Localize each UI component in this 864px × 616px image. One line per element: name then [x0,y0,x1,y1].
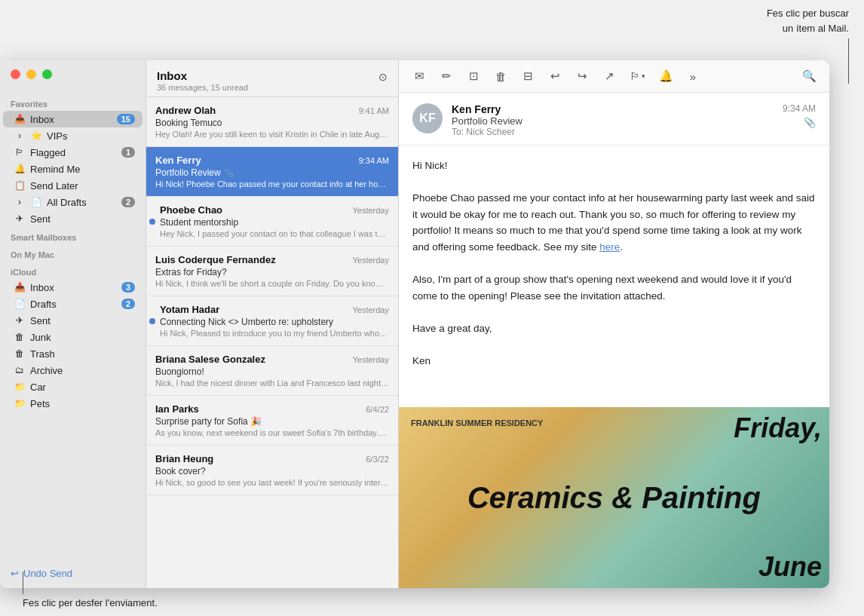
list-item[interactable]: Briana Salese Gonzalez Yesterday Buongio… [146,346,398,396]
close-button[interactable] [11,69,20,79]
list-item[interactable]: Ken Ferry 9:34 AM Portfolio Review 📎 Hi … [146,147,398,197]
sidebar-item-label: Archive [30,365,135,376]
sidebar-item-inbox[interactable]: 📥 Inbox 15 [3,111,142,127]
sidebar-item-label: Pets [30,398,135,409]
detail-pane: ✉ ✏ ⊡ 🗑 ⊟ ↩ ↪ ↗ 🏳 ▾ 🔔 » 🔍 KF Ken Ferry [399,60,829,588]
remind-me-icon: 🔔 [14,163,26,175]
icloud-drafts-badge: 2 [121,299,135,309]
sidebar-section-onmymac: On My Mac [0,244,146,262]
archive-button[interactable]: ⊡ [464,66,483,86]
list-item[interactable]: Luis Coderque Fernandez Yesterday Extras… [146,247,398,296]
move-button[interactable]: ⊟ [518,66,538,86]
compose-button[interactable]: ✏ [437,66,456,86]
icloud-inbox-icon: 📥 [14,281,26,293]
msg-time: 6/3/22 [366,455,389,464]
tooltip-search: Fes clic per buscar un ítem al Mail. [767,6,849,84]
msg-subject: Booking Temuco [155,118,222,128]
new-message-button[interactable]: ✉ [409,66,429,86]
unread-indicator [149,318,155,324]
star-icon: ⭐ [30,130,42,142]
sidebar-item-icloud-junk[interactable]: 🗑 Junk [3,329,142,345]
flag-icon: 🏳 [630,70,640,82]
delete-button[interactable]: 🗑 [491,66,510,86]
list-item[interactable]: Ian Parks 6/4/22 Surprise party for Sofi… [146,396,398,446]
sidebar-item-send-later[interactable]: 📋 Send Later [3,177,142,194]
msg-from: Yotam Hadar [160,304,348,315]
msg-from: Brian Heung [155,453,361,464]
sidebar-item-all-drafts[interactable]: › 📄 All Drafts 2 [3,194,142,210]
traffic-lights [11,69,52,79]
email-from: Ken Ferry [452,103,774,115]
flag-button[interactable]: 🏳 ▾ [627,69,648,84]
all-drafts-badge: 2 [121,197,135,207]
list-item[interactable]: Andrew Olah 9:41 AM Booking Temuco Hey O… [146,97,398,147]
list-item[interactable]: Brian Heung 6/3/22 Book cover? Hi Nick, … [146,446,398,495]
june-text: June [758,553,822,581]
msg-preview: Hey Nick, I passed your contact on to th… [160,229,389,238]
sidebar-item-icloud-trash[interactable]: 🗑 Trash [3,345,142,362]
all-drafts-disclosure-icon: › [14,196,26,208]
msg-preview: Hi Nick, Pleased to introduce you to my … [160,329,389,338]
sidebar-item-label: Send Later [30,180,135,192]
sidebar-item-icloud-inbox[interactable]: 📥 Inbox 3 [3,279,142,296]
reply-button[interactable]: ↩ [545,66,565,86]
body-link[interactable]: here [599,241,620,253]
sidebar-item-label: Inbox [30,114,112,125]
sidebar-item-label: All Drafts [47,197,117,208]
sidebar-item-remind-me[interactable]: 🔔 Remind Me [3,161,142,177]
sidebar-section-icloud: iCloud [0,262,146,279]
msg-from: Briana Salese Gonzalez [155,354,348,365]
msg-subject: Surprise party for Sofia 🎉 [155,416,262,427]
sort-icon[interactable]: ⊙ [378,71,388,83]
list-item[interactable]: Phoebe Chao Yesterday Student mentorship… [146,197,398,247]
unread-indicator [149,219,155,225]
sidebar-item-icloud-pets[interactable]: 📁 Pets [3,395,142,412]
mute-button[interactable]: 🔔 [656,66,676,86]
sidebar-item-label: VIPs [47,130,135,142]
reply-all-button[interactable]: ↪ [572,66,592,86]
msg-preview: As you know, next weekend is our sweet S… [155,428,389,437]
msg-preview: Nick, I had the nicest dinner with Lia a… [155,378,389,388]
icloud-drafts-icon: 📄 [14,298,26,310]
flag-dropdown-icon: ▾ [642,72,645,80]
msg-from: Luis Coderque Fernandez [155,254,348,265]
icloud-trash-icon: 🗑 [14,348,26,360]
undo-send-icon: ↩ [11,568,19,579]
sidebar-item-label: Drafts [30,299,117,310]
message-list: Inbox 36 messages, 15 unread ⊙ Andrew Ol… [146,60,399,588]
message-list-title: Inbox [157,69,388,82]
maximize-button[interactable] [42,69,52,79]
sidebar-item-icloud-archive[interactable]: 🗂 Archive [3,362,142,378]
inbox-icon: 📥 [14,113,26,125]
sidebar-item-icloud-sent[interactable]: ✈ Sent [3,312,142,329]
body-sign-off: Have a great day, [412,320,816,337]
email-attachment-image: FRANKLIN SUMMER RESIDENCY Ceramics & Pai… [399,407,829,588]
email-to: To: Nick Scheer [452,127,774,137]
sidebar-section-favorites: Favorites [0,93,146,111]
flagged-badge: 1 [121,147,135,158]
toolbar: ✉ ✏ ⊡ 🗑 ⊟ ↩ ↪ ↗ 🏳 ▾ 🔔 » 🔍 [399,60,829,93]
message-list-subtitle: 36 messages, 15 unread [157,83,388,92]
msg-preview: Hi Nick, I think we'll be short a couple… [155,279,389,288]
sidebar-item-vips[interactable]: › ⭐ VIPs [3,127,142,144]
forward-button[interactable]: ↗ [599,66,619,86]
sidebar-item-icloud-drafts[interactable]: 📄 Drafts 2 [3,296,142,312]
sidebar: Favorites 📥 Inbox 15 › ⭐ VIPs 🏳 Flagged … [0,60,146,588]
drafts-icon: 📄 [30,196,42,208]
minimize-button[interactable] [26,69,36,79]
avatar-initials: KF [419,112,435,125]
icloud-archive-icon: 🗂 [14,364,26,376]
message-list-scroll: Andrew Olah 9:41 AM Booking Temuco Hey O… [146,97,398,588]
sidebar-item-flagged[interactable]: 🏳 Flagged 1 [3,144,142,161]
msg-time: Yesterday [352,206,389,215]
body-signature: Ken [412,353,816,369]
flag-icon: 🏳 [14,146,26,158]
msg-subject: Buongiorno! [155,366,204,377]
email-subject: Portfolio Review [452,115,774,127]
list-item[interactable]: Yotam Hadar Yesterday Connecting Nick <>… [146,296,398,346]
more-button[interactable]: » [683,66,703,86]
msg-time: 9:41 AM [359,106,389,115]
sidebar-item-sent-fav[interactable]: ✈ Sent [3,210,142,227]
sidebar-item-icloud-car[interactable]: 📁 Car [3,378,142,395]
msg-subject: Book cover? [155,466,206,477]
